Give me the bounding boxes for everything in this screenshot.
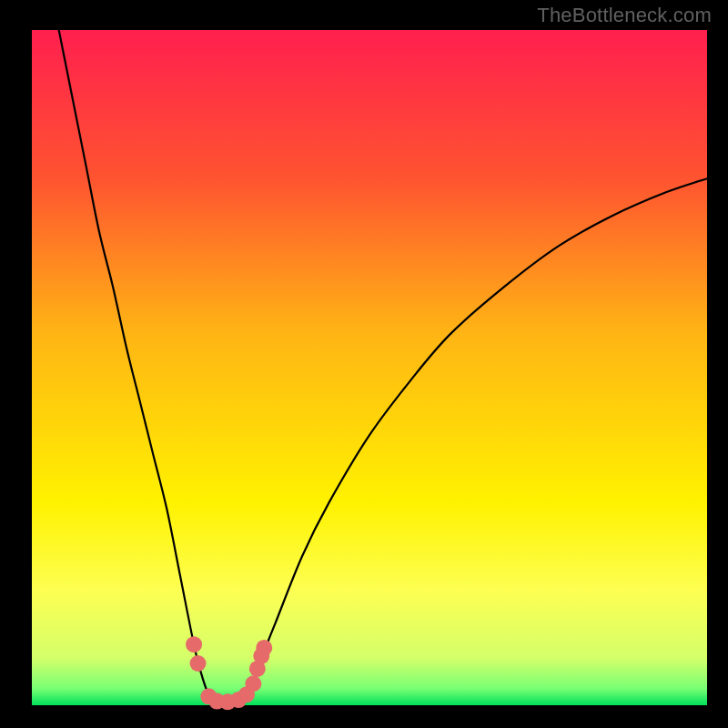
chart-container: { "watermark": "TheBottleneck.com", "cha… — [0, 0, 728, 728]
bottleneck-chart — [0, 0, 728, 728]
highlight-point — [256, 640, 272, 656]
watermark-label: TheBottleneck.com — [537, 4, 712, 27]
highlight-point — [186, 636, 202, 652]
plot-background — [32, 30, 707, 705]
highlight-point — [245, 675, 261, 692]
highlight-point — [190, 655, 207, 672]
